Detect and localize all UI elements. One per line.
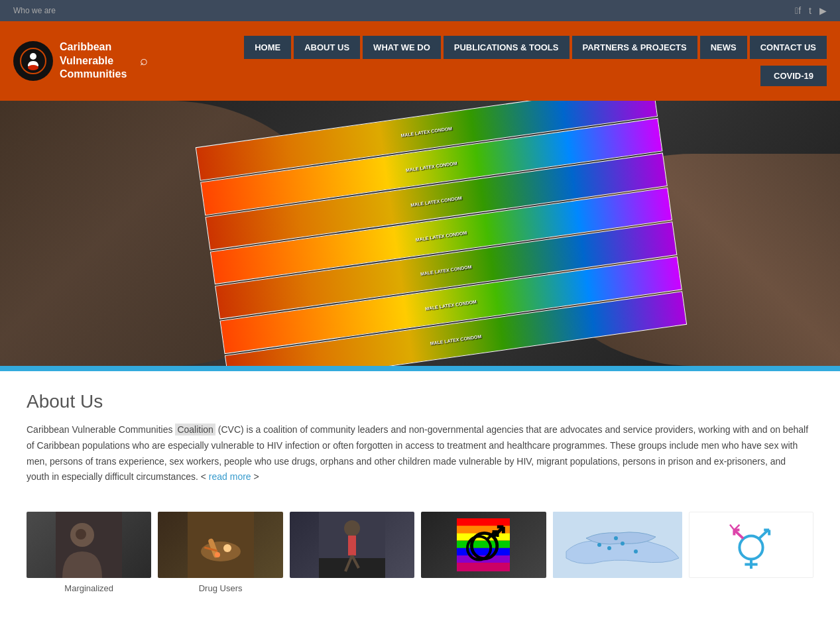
- svg-line-49: [730, 525, 734, 530]
- svg-rect-15: [348, 536, 356, 555]
- blue-stripe-divider: [0, 366, 840, 371]
- twitter-icon[interactable]: t: [809, 5, 811, 16]
- who-we-are-text: Who we are: [13, 6, 56, 15]
- nav-partners[interactable]: PARTNERS & PROJECTS: [572, 36, 697, 59]
- grid-image-gender: [421, 512, 546, 578]
- svg-point-37: [614, 536, 618, 540]
- svg-point-39: [739, 536, 762, 559]
- facebook-icon[interactable]: f: [795, 5, 801, 16]
- coalition-highlight: Coalition: [175, 424, 215, 435]
- search-button[interactable]: ⌕: [140, 53, 148, 68]
- header: Caribbean Vulnerable Communities ⌕ HOME …: [0, 21, 840, 101]
- grid-image-map: [553, 512, 682, 578]
- svg-point-9: [223, 544, 231, 552]
- svg-rect-13: [319, 558, 385, 578]
- svg-point-1: [30, 53, 36, 60]
- top-bar: Who we are f t ▶: [0, 0, 840, 21]
- svg-point-14: [344, 520, 360, 536]
- grid-item-trans[interactable]: [689, 512, 813, 593]
- youtube-icon[interactable]: ▶: [819, 5, 827, 16]
- grid-image-sex-workers: [290, 512, 414, 578]
- svg-point-35: [621, 542, 625, 546]
- grid-item-sex-workers[interactable]: [290, 512, 414, 593]
- nav-area: HOME ABOUT US WHAT WE DO PUBLICATIONS & …: [172, 36, 827, 86]
- about-text-part3: >: [251, 471, 259, 482]
- svg-rect-21: [457, 541, 510, 548]
- nav-contact-us[interactable]: CONTACT US: [750, 36, 827, 59]
- logo-area: Caribbean Vulnerable Communities ⌕: [13, 40, 172, 82]
- grid-item-drug-users[interactable]: Drug Users: [158, 512, 282, 593]
- grid-image-drug-users: [158, 512, 282, 578]
- svg-point-2: [28, 65, 38, 70]
- about-text-part1: Caribbean Vulnerable Communities: [27, 424, 175, 435]
- social-icons: f t ▶: [795, 5, 827, 16]
- logo-text: Caribbean Vulnerable Communities: [60, 40, 127, 82]
- svg-rect-24: [457, 563, 510, 571]
- hero-image: MALE LATEX CONDOM MALE LATEX CONDOM MALE…: [0, 101, 840, 366]
- image-grid: Marginalized Drug Users: [0, 498, 840, 606]
- hero-condom-strip: MALE LATEX CONDOM MALE LATEX CONDOM MALE…: [196, 101, 687, 366]
- logo-icon: [13, 41, 53, 81]
- svg-point-5: [76, 529, 86, 540]
- grid-image-marginalized: [27, 512, 151, 578]
- about-text: Caribbean Vulnerable Communities Coaliti…: [27, 422, 809, 485]
- nav-what-we-do[interactable]: WHAT WE DO: [363, 36, 441, 59]
- grid-label-marginalized: Marginalized: [27, 583, 151, 593]
- svg-point-36: [634, 549, 638, 553]
- svg-point-38: [597, 543, 601, 547]
- nav-news[interactable]: NEWS: [700, 36, 747, 59]
- grid-item-gender[interactable]: [421, 512, 546, 593]
- about-title: About Us: [27, 391, 813, 412]
- svg-rect-22: [457, 548, 510, 555]
- nav-publications[interactable]: PUBLICATIONS & TOOLS: [444, 36, 570, 59]
- grid-item-map[interactable]: [553, 512, 682, 593]
- grid-item-marginalized[interactable]: Marginalized: [27, 512, 151, 593]
- nav-home[interactable]: HOME: [244, 36, 291, 59]
- svg-point-34: [607, 546, 611, 550]
- nav-menu: HOME ABOUT US WHAT WE DO PUBLICATIONS & …: [244, 36, 827, 59]
- grid-image-trans: [689, 512, 813, 578]
- svg-point-10: [215, 552, 220, 557]
- nav-about-us[interactable]: ABOUT US: [294, 36, 360, 59]
- covid-button[interactable]: COVID-19: [760, 66, 827, 86]
- grid-label-drug-users: Drug Users: [158, 583, 282, 593]
- read-more-link[interactable]: read more: [209, 471, 251, 482]
- about-section: About Us Caribbean Vulnerable Communitie…: [0, 371, 840, 498]
- svg-point-7: [201, 542, 241, 561]
